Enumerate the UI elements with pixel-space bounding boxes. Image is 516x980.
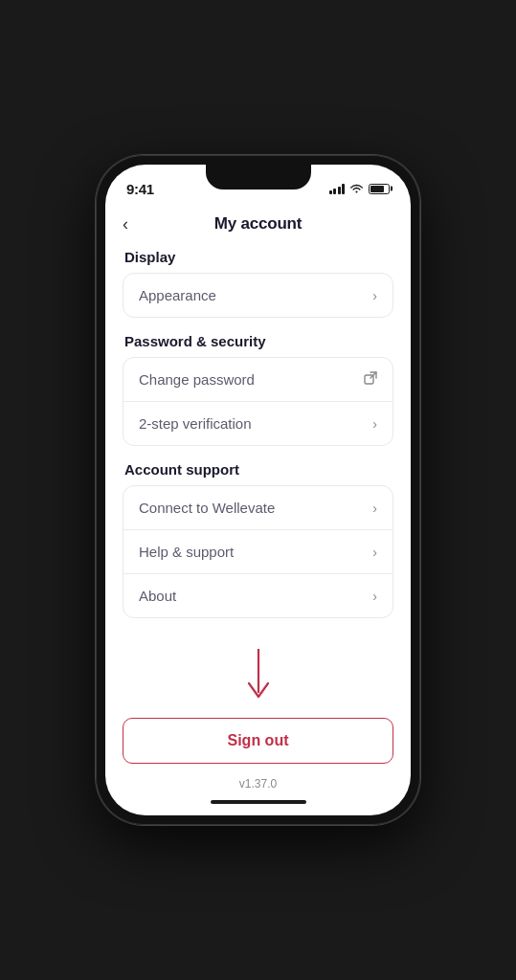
- page-title: My account: [214, 214, 303, 234]
- arrow-down-container: [123, 634, 393, 718]
- connect-wellevate-chevron-icon: ›: [372, 501, 377, 516]
- screen-content: ‹ My account Display Appearance › Passwo…: [105, 207, 411, 789]
- about-item[interactable]: About ›: [123, 573, 393, 617]
- help-support-item[interactable]: Help & support ›: [123, 529, 393, 573]
- connect-wellevate-label: Connect to Wellevate: [139, 500, 275, 516]
- display-section: Display Appearance ›: [123, 249, 393, 318]
- two-step-chevron-icon: ›: [372, 416, 377, 432]
- signal-icon: [329, 184, 346, 194]
- change-password-label: Change password: [139, 371, 255, 388]
- help-support-label: Help & support: [139, 544, 234, 560]
- back-button[interactable]: ‹: [123, 211, 136, 238]
- wifi-icon: [349, 182, 364, 196]
- display-section-label: Display: [123, 249, 393, 265]
- status-time: 9:41: [126, 181, 154, 197]
- home-indicator: [105, 789, 411, 815]
- about-chevron-icon: ›: [372, 589, 377, 604]
- password-card: Change password 2-step verification ›: [123, 357, 393, 446]
- connect-wellevate-item[interactable]: Connect to Wellevate ›: [123, 486, 393, 529]
- appearance-label: Appearance: [139, 287, 216, 303]
- password-section-label: Password & security: [123, 333, 393, 349]
- external-link-icon: [364, 371, 377, 388]
- account-support-section-label: Account support: [123, 461, 393, 478]
- appearance-chevron-icon: ›: [372, 288, 377, 303]
- sign-out-button[interactable]: Sign out: [123, 718, 393, 764]
- account-support-card: Connect to Wellevate › Help & support › …: [123, 485, 393, 618]
- two-step-item[interactable]: 2-step verification ›: [123, 401, 393, 445]
- help-support-chevron-icon: ›: [372, 545, 377, 560]
- password-section: Password & security Change password: [123, 333, 393, 446]
- phone-frame: 9:41: [96, 155, 420, 825]
- appearance-item[interactable]: Appearance ›: [123, 274, 393, 317]
- notch: [206, 165, 311, 189]
- display-card: Appearance ›: [123, 273, 393, 318]
- account-support-section: Account support Connect to Wellevate › H…: [123, 461, 393, 618]
- status-icons: [329, 182, 391, 196]
- page-header: ‹ My account: [123, 207, 393, 249]
- two-step-label: 2-step verification: [139, 415, 252, 432]
- change-password-item[interactable]: Change password: [123, 358, 393, 401]
- home-bar: [211, 800, 306, 804]
- battery-icon: [369, 184, 390, 194]
- about-label: About: [139, 588, 176, 604]
- sign-out-label: Sign out: [228, 732, 289, 748]
- phone-screen: 9:41: [105, 165, 411, 815]
- version-info: v1.37.0 f95d14b5-aacb-4ba4-8c65-cb335630…: [123, 775, 393, 789]
- arrow-down-icon: [245, 649, 272, 706]
- version-line1: v1.37.0: [123, 775, 393, 789]
